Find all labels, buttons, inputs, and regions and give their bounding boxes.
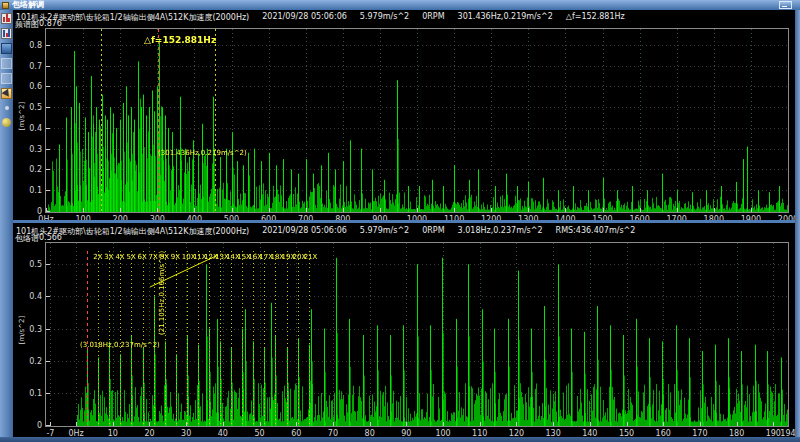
timestamp: 2021/09/28 05:06:06 (262, 226, 347, 237)
plot-type-label: 包络谱 (15, 233, 39, 244)
y-tick-label: 0.3 (29, 145, 42, 154)
y-tick-label: 0.5 (29, 103, 42, 112)
y-tick-label: 0 (37, 421, 42, 430)
window-right-border (795, 10, 800, 442)
dot-indicator-icon (5, 106, 9, 110)
panel1-header: 101机头2#驱动部\齿轮箱1/2轴输出侧4A\512K加速度(2000Hz) … (16, 12, 625, 23)
window-control-button[interactable] (779, 1, 792, 9)
spectrum-plot: 00.10.20.30.40.50.60.70.80Hz100200300400… (45, 28, 789, 213)
y-tick-label: 0.4 (29, 124, 42, 133)
app-window: 包络解调 101机头2#驱动部\齿轮箱1/2轴输出侧4A\512K加速度(200… (0, 0, 800, 442)
y-tick-label: 0.7 (29, 62, 42, 71)
delta-f-readout: △f=152.881Hz (566, 12, 625, 23)
help-icon[interactable] (2, 118, 11, 127)
envelope-plot: 2X3X4X5X6X7X8X9X10X11X12X13X14X15X16X17X… (45, 242, 789, 427)
y-tick-label: 0.1 (29, 389, 42, 398)
plot-type-label: 频谱图 (15, 19, 39, 30)
y-tick-label: 0 (37, 207, 42, 216)
y-tick-label: 0.4 (29, 292, 42, 301)
y-tick-label: 0.6 (29, 82, 42, 91)
titlebar[interactable]: 包络解调 (0, 0, 800, 10)
panel2-header: 101机头2#驱动部\齿轮箱1/2轴输出侧4A\512K加速度(2000Hz) … (16, 226, 635, 237)
save-icon[interactable] (1, 43, 12, 54)
bar-chart-blue-icon[interactable] (1, 28, 12, 39)
timestamp: 2021/09/28 05:06:06 (262, 12, 347, 23)
zoom-in-icon[interactable] (1, 58, 12, 69)
y-axis-unit: [m/s^2] (18, 102, 26, 131)
rpm-value: 0RPM (422, 226, 444, 237)
rms-readout: RMS:436.407m/s^2 (556, 226, 636, 237)
y-tick-label: 0.2 (29, 357, 42, 366)
zoom-out-icon[interactable] (1, 73, 12, 84)
window-bottom-border (0, 437, 800, 442)
left-toolbar (0, 10, 13, 442)
cursor-readout: 3.018Hz,0.237m/s^2 (458, 226, 543, 237)
y-tick-label: 0.8 (29, 41, 42, 50)
cursor-arrow-icon[interactable] (1, 88, 12, 99)
overall-value: 5.979m/s^2 (360, 12, 409, 23)
y-axis-unit: [m/s^2] (18, 316, 26, 345)
y-tick-label: 0.3 (29, 325, 42, 334)
y-tick-label: 0.5 (29, 260, 42, 269)
cursor-readout: 301.436Hz,0.219m/s^2 (458, 12, 553, 23)
envelope-canvas[interactable] (46, 243, 788, 426)
bar-chart-red-icon[interactable] (1, 13, 12, 24)
window-icon (2, 2, 9, 9)
window-title: 包络解调 (12, 0, 44, 10)
y-tick-label: 0.1 (29, 186, 42, 195)
y-tick-label: 0.2 (29, 165, 42, 174)
panel-separator (13, 220, 795, 223)
overall-value: 5.979m/s^2 (360, 226, 409, 237)
spectrum-canvas[interactable] (46, 29, 788, 212)
rpm-value: 0RPM (422, 12, 444, 23)
